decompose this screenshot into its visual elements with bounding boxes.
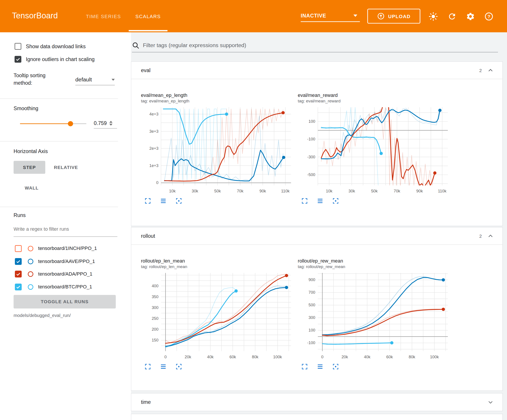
divider (0, 141, 118, 141)
smoothing-label: Smoothing (14, 106, 38, 111)
svg-text:110k: 110k (281, 189, 290, 193)
svg-text:250: 250 (152, 316, 158, 321)
upload-button[interactable]: UPLOAD (367, 9, 420, 23)
run-item-btc[interactable]: tensorboard/BTC/PPO_1 (0, 281, 131, 294)
run-color-swatch (28, 271, 33, 277)
axis-button-relative[interactable]: RELATIVE (51, 161, 81, 174)
group-header-rollout[interactable]: rollout 2 (131, 227, 503, 245)
runs-base-path: models/debugged_eval_run/ (14, 313, 71, 318)
svg-text:0: 0 (156, 180, 158, 185)
group-title: eval (141, 68, 151, 73)
run-item-1inch[interactable]: tensorboard/1INCH/PPO_1 (0, 242, 131, 255)
stepper-down-icon[interactable] (109, 124, 113, 126)
svg-text:20k: 20k (341, 355, 348, 359)
stepper-up-icon[interactable] (109, 121, 113, 123)
fullscreen-icon (301, 197, 308, 204)
run-label: tensorboard/BTC/PPO_1 (38, 284, 92, 289)
line-chart-rollout-ep-rew-mean[interactable]: 020k40k60k80k100k-100100300500700900 (298, 270, 450, 362)
tab-scalars-label: SCALARS (135, 14, 161, 19)
fullscreen-button[interactable] (301, 197, 308, 204)
svg-text:30k: 30k (348, 189, 355, 193)
dashboard-main: eval 2 eval/mean_ep_length tag: eval/mea… (131, 32, 507, 420)
chart-title: eval/mean_ep_length (141, 92, 293, 98)
smoothing-stepper[interactable] (109, 121, 113, 126)
fit-domain-button[interactable] (175, 197, 183, 204)
collapse-group-button[interactable] (487, 67, 494, 74)
run-label: tensorboard/1INCH/PPO_1 (38, 246, 97, 251)
brightness-toggle-button[interactable] (429, 12, 438, 21)
run-checkbox[interactable] (15, 283, 22, 290)
chart-card-eval-mean-reward: eval/mean_reward tag: eval/mean_reward 1… (298, 92, 450, 205)
axis-button-wall[interactable]: WALL (17, 182, 47, 194)
group-header-time[interactable]: time (131, 393, 503, 411)
data-table-button[interactable] (317, 197, 324, 204)
brightness-icon (429, 12, 438, 21)
line-chart-eval-mean-ep-length[interactable]: 10k30k50k70k90k110k01e+32e+33e+34e+3 (141, 105, 293, 197)
divider (0, 98, 118, 99)
chevron-down-icon (112, 79, 115, 81)
tag-filter-input[interactable] (143, 42, 498, 49)
expand-group-button[interactable] (487, 399, 494, 406)
run-color-swatch (28, 284, 33, 290)
fullscreen-button[interactable] (301, 363, 308, 370)
run-label: tensorboard/AAVE/PPO_1 (38, 258, 95, 264)
svg-text:200: 200 (152, 327, 158, 331)
svg-text:50k: 50k (214, 189, 221, 193)
refresh-button[interactable] (447, 12, 457, 21)
data-table-button[interactable] (160, 363, 167, 370)
run-checkbox[interactable] (15, 258, 22, 265)
smoothing-slider-thumb[interactable] (68, 121, 73, 126)
settings-button[interactable] (466, 12, 475, 21)
help-button[interactable]: ? (484, 12, 493, 21)
runs-filter-field (14, 226, 117, 237)
card-group-time: time (131, 393, 503, 411)
svg-text:4e+3: 4e+3 (149, 112, 159, 116)
svg-text:100: 100 (308, 328, 315, 332)
tooltip-sorting-dropdown[interactable]: default (75, 74, 115, 85)
runs-heading: Runs (14, 213, 26, 218)
group-header-eval[interactable]: eval 2 (131, 62, 503, 79)
top-bar: TensorBoard TIME SERIES SCALARS INACTIVE… (0, 0, 507, 32)
slider-fill (20, 124, 70, 124)
horizontal-axis-label: Horizontal Axis (14, 149, 48, 154)
chart-title: rollout/ep_len_mean (141, 258, 293, 264)
toggle-all-runs-button[interactable]: TOGGLE ALL RUNS (14, 295, 116, 308)
smoothing-value-input[interactable] (94, 120, 109, 126)
chevron-up-icon (487, 233, 494, 240)
line-chart-eval-mean-reward[interactable]: 10k30k50k70k90k110k100-100-300-500 (298, 105, 450, 197)
data-table-button[interactable] (317, 363, 324, 370)
data-table-button[interactable] (160, 197, 167, 204)
axis-button-wall-label: WALL (25, 185, 39, 190)
active-tab-indicator (129, 30, 167, 31)
axis-button-step[interactable]: STEP (14, 161, 45, 174)
chevron-down-icon (353, 15, 357, 17)
run-item-ada[interactable]: tensorboard/ADA/PPO_1 (0, 268, 131, 281)
settings-sidebar: Show data download links Ignore outliers… (0, 32, 131, 420)
svg-text:350: 350 (152, 294, 158, 299)
runs-filter-input[interactable] (14, 226, 117, 232)
smoothing-slider[interactable] (20, 121, 86, 126)
svg-text:100: 100 (308, 119, 315, 124)
tab-time-series[interactable]: TIME SERIES (78, 0, 129, 32)
chart-tag: tag: rollout/ep_rew_mean (298, 264, 450, 269)
collapse-group-button[interactable] (487, 233, 494, 240)
fullscreen-button[interactable] (144, 363, 151, 370)
fit-domain-button[interactable] (332, 197, 339, 204)
show-download-links-checkbox[interactable] (15, 43, 21, 50)
chart-toolbar (298, 197, 450, 204)
run-checkbox[interactable] (15, 271, 22, 278)
refresh-icon (447, 12, 457, 21)
svg-text:10k: 10k (169, 189, 176, 193)
fit-domain-icon (332, 197, 339, 204)
run-checkbox[interactable] (15, 245, 22, 252)
tab-scalars[interactable]: SCALARS (129, 0, 167, 32)
run-item-aave[interactable]: tensorboard/AAVE/PPO_1 (0, 255, 131, 268)
fit-domain-button[interactable] (175, 363, 183, 370)
fullscreen-button[interactable] (144, 197, 151, 204)
line-chart-rollout-ep-len-mean[interactable]: 020k40k60k80k100k150200250300350400 (141, 270, 293, 362)
ignore-outliers-checkbox[interactable] (15, 56, 21, 63)
chart-tag: tag: eval/mean_ep_length (141, 98, 293, 103)
fit-domain-button[interactable] (332, 363, 339, 370)
status-dropdown[interactable]: INACTIVE (301, 10, 360, 22)
smoothing-value-box (94, 118, 117, 129)
